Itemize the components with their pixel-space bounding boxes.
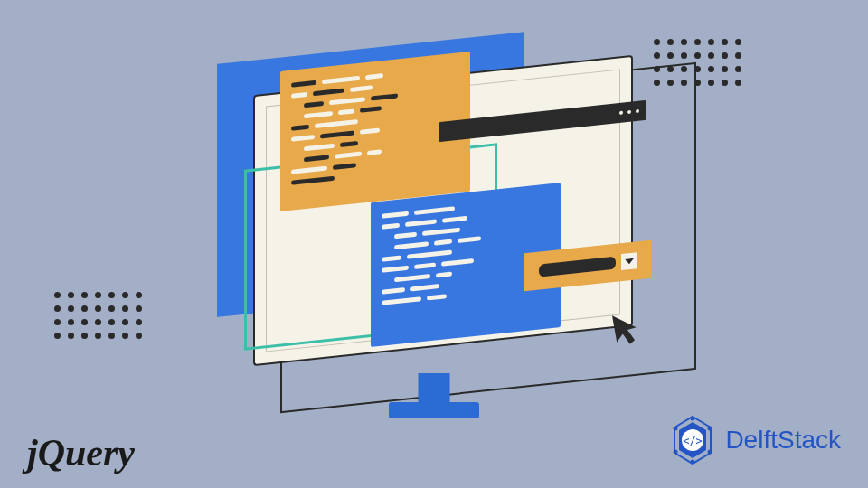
- svg-point-9: [674, 427, 678, 431]
- dot-grid-decoration: [54, 292, 142, 339]
- svg-point-6: [708, 450, 712, 455]
- delftstack-logo: </> DelftStack: [667, 415, 841, 465]
- jquery-logo: jQuery: [27, 431, 135, 474]
- svg-point-7: [691, 460, 695, 465]
- svg-point-4: [691, 417, 695, 421]
- chevron-down-icon: [621, 252, 637, 270]
- svg-text:</>: </>: [684, 435, 703, 447]
- hero-illustration: [181, 21, 687, 418]
- svg-point-8: [674, 450, 678, 455]
- delftstack-badge-icon: </>: [667, 415, 718, 465]
- monitor-stand: [389, 373, 479, 418]
- svg-point-5: [708, 427, 712, 431]
- delftstack-text: DelftStack: [725, 426, 841, 455]
